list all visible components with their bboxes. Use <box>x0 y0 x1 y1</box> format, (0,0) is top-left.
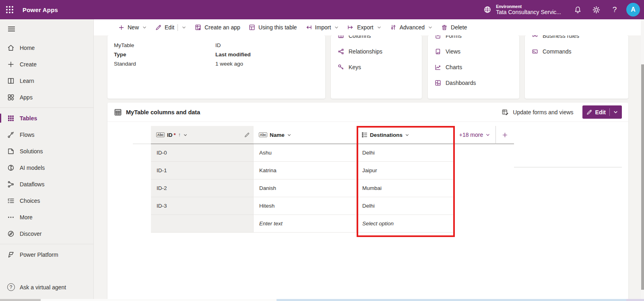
sidebar-item-create[interactable]: Create <box>0 56 93 72</box>
sidebar-item-ai-models[interactable]: AI models <box>0 159 93 176</box>
cell-destinations[interactable]: Delhi <box>357 144 454 162</box>
vertical-scrollbar <box>641 19 644 301</box>
sidebar-item-label: Tables <box>20 115 37 122</box>
sidebar-item-flows[interactable]: Flows <box>0 126 93 143</box>
column-header-destinations[interactable]: Destinations <box>357 126 454 144</box>
new-button[interactable]: New <box>114 19 151 35</box>
environment-switcher[interactable]: Environment Tata Consultancy Servic... <box>476 0 568 19</box>
import-button[interactable]: Import <box>301 19 343 35</box>
plus-icon <box>7 60 15 68</box>
sidebar-item-tables[interactable]: Tables <box>0 110 93 126</box>
edit-button[interactable]: Edit <box>151 19 190 35</box>
row-gutter[interactable] <box>133 179 151 197</box>
table-card-header: MyTable columns and data Update forms an… <box>107 103 628 122</box>
forms-link[interactable]: Forms <box>434 35 519 40</box>
cell-name[interactable]: Katrina <box>254 162 357 179</box>
sidebar-item-solutions[interactable]: Solutions <box>0 143 93 159</box>
cell-id[interactable]: ID-0 <box>151 144 254 162</box>
collapse-nav-button[interactable] <box>2 20 20 38</box>
chevron-down-icon <box>334 25 339 30</box>
help-button[interactable]: ? <box>605 0 624 19</box>
cell-name[interactable]: Hitesh <box>254 197 357 215</box>
cell-destinations[interactable]: Delhi <box>357 197 454 215</box>
relationships-icon <box>337 48 345 55</box>
sidebar-item-label: Solutions <box>20 148 43 155</box>
cell-id-empty[interactable] <box>151 215 254 233</box>
ask-virtual-agent-button[interactable]: ? Ask a virtual agent <box>0 279 93 295</box>
using-this-table-button[interactable]: Using this table <box>244 19 301 35</box>
update-forms-icon <box>502 108 509 116</box>
sidebar-item-home[interactable]: Home <box>0 39 93 56</box>
keys-link[interactable]: Keys <box>337 63 422 71</box>
sidebar-item-label: AI models <box>20 165 45 171</box>
plus-icon <box>118 24 125 31</box>
row-gutter[interactable] <box>133 144 151 162</box>
cell-name[interactable]: Ashu <box>254 144 357 162</box>
sidebar-item-learn[interactable]: Learn <box>0 72 93 89</box>
delete-button[interactable]: Delete <box>437 19 471 35</box>
row-gutter[interactable] <box>133 197 151 215</box>
business-rules-link[interactable]: Business rules <box>531 35 628 40</box>
top-app-bar: Power Apps Environment Tata Consultancy … <box>0 0 644 19</box>
edit-column-pencil-icon[interactable] <box>244 132 250 138</box>
sidebar-item-choices[interactable]: Choices <box>0 192 93 209</box>
settings-button[interactable] <box>587 0 605 19</box>
relationships-link[interactable]: Relationships <box>337 47 422 56</box>
cell-name[interactable]: Danish <box>254 179 357 197</box>
dashboards-icon <box>434 79 442 87</box>
add-column-button[interactable] <box>496 126 514 144</box>
views-icon <box>434 48 442 55</box>
table-data-card: MyTable columns and data Update forms an… <box>107 103 628 301</box>
solutions-icon <box>7 147 15 155</box>
dashboards-label: Dashboards <box>446 80 476 86</box>
divider <box>178 24 178 31</box>
sidebar-item-power-platform[interactable]: Power Platform <box>0 246 93 263</box>
chevron-down-icon[interactable] <box>405 133 409 137</box>
choice-list-icon <box>362 132 367 138</box>
forms-icon <box>434 35 442 39</box>
more-columns-button[interactable]: +18 more <box>454 126 496 144</box>
edit-table-button[interactable]: Edit <box>582 105 622 119</box>
chevron-down-icon[interactable] <box>182 25 186 30</box>
dashboards-link[interactable]: Dashboards <box>434 79 519 87</box>
row-gutter[interactable] <box>133 162 151 179</box>
create-an-app-label: Create an app <box>204 24 240 31</box>
keys-label: Keys <box>349 64 361 70</box>
account-avatar[interactable]: A <box>626 3 640 16</box>
cell-id[interactable]: ID-3 <box>151 197 254 215</box>
views-link[interactable]: Views <box>434 47 519 56</box>
commands-link[interactable]: Commands <box>531 47 628 56</box>
create-an-app-button[interactable]: Create an app <box>190 19 244 35</box>
destinations-select-placeholder[interactable]: Select option <box>357 215 454 233</box>
charts-link[interactable]: Charts <box>434 63 519 71</box>
advanced-button[interactable]: Advanced <box>386 19 437 35</box>
sidebar-divider <box>0 244 93 244</box>
table-properties-card: MyTable ID Type Last modified Standard 1… <box>107 35 325 99</box>
cell-destinations[interactable]: Mumbai <box>357 179 454 197</box>
sidebar-item-dataflows[interactable]: Dataflows <box>0 176 93 192</box>
column-header-name[interactable]: Abc Name <box>254 126 357 144</box>
chevron-down-icon[interactable] <box>287 133 291 137</box>
sidebar-item-more[interactable]: More <box>0 209 93 225</box>
sidebar-item-label: Power Platform <box>20 252 58 258</box>
cell-destinations[interactable]: Jaipur <box>357 162 454 179</box>
app-launcher-button[interactable] <box>0 0 19 19</box>
pencil-icon <box>586 109 592 115</box>
type-value: Standard <box>114 61 215 67</box>
row-gutter[interactable] <box>133 215 151 233</box>
sidebar-item-discover[interactable]: Discover <box>0 225 93 242</box>
column-header-id[interactable]: Abc ID * ↑ <box>151 126 254 144</box>
cell-id[interactable]: ID-2 <box>151 179 254 197</box>
chevron-down-icon[interactable] <box>613 109 618 115</box>
sidebar-divider <box>0 107 93 108</box>
sidebar-item-apps[interactable]: Apps <box>0 89 93 105</box>
notifications-button[interactable] <box>568 0 587 19</box>
cell-id[interactable]: ID-1 <box>151 162 254 179</box>
scrollbar-thumb[interactable] <box>641 64 644 290</box>
export-button[interactable]: Export <box>343 19 385 35</box>
columns-link[interactable]: Columns <box>337 35 422 40</box>
chevron-down-icon[interactable] <box>183 133 188 137</box>
name-input-placeholder[interactable]: Enter text <box>254 215 357 233</box>
update-forms-and-views-button[interactable]: Update forms and views <box>502 108 573 116</box>
export-label: Export <box>357 24 373 31</box>
